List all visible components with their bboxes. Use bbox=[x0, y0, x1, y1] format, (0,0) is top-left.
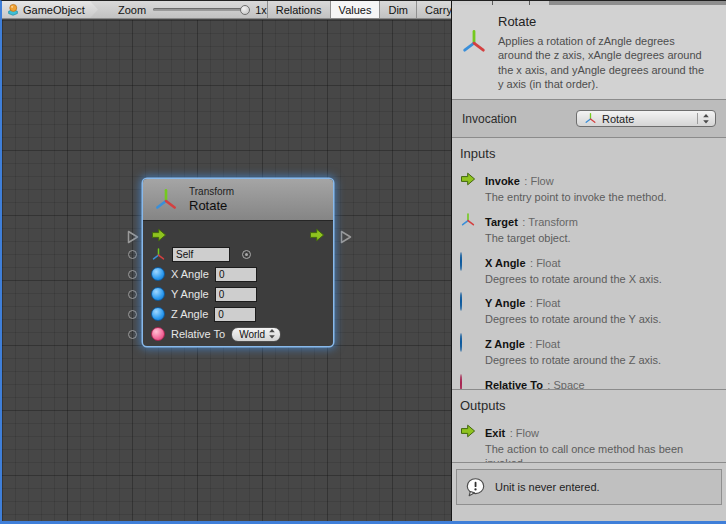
inspector-title: Rotate bbox=[498, 14, 712, 29]
float-port-icon bbox=[460, 293, 476, 327]
port-description: The action to call once method has been … bbox=[485, 443, 711, 462]
relative-to-value: World bbox=[239, 329, 265, 340]
port-name: Exit bbox=[485, 427, 505, 439]
breadcrumb-gameobject[interactable]: GameObject bbox=[2, 1, 98, 18]
outputs-section: Outputs Exit : Flow The action to call o… bbox=[452, 390, 726, 462]
y-angle-label: Y Angle bbox=[171, 288, 209, 300]
port-description: Degrees to rotate around the Z axis. bbox=[485, 354, 711, 368]
warnings-area: Unit is never entered. bbox=[452, 463, 726, 522]
port-description: The entry point to invoke the method. bbox=[485, 191, 711, 205]
z-angle-label: Z Angle bbox=[171, 308, 208, 320]
input-item-z-angle: Z Angle : Float Degrees to rotate around… bbox=[460, 334, 718, 368]
invocation-row: Invocation Rotate bbox=[452, 100, 726, 137]
inspector-header: Rotate Applies a rotation of zAngle degr… bbox=[452, 5, 726, 99]
x-angle-port-icon[interactable] bbox=[151, 267, 165, 281]
object-picker-icon[interactable] bbox=[242, 250, 251, 259]
port-type: Flow bbox=[516, 427, 539, 439]
flow-arrow-icon bbox=[460, 171, 476, 205]
zoom-slider-thumb[interactable] bbox=[240, 5, 250, 15]
outputs-header: Outputs bbox=[460, 398, 718, 413]
zoom-value-label: 1x bbox=[255, 4, 267, 16]
graph-canvas[interactable]: Transform Rotate X Angle bbox=[2, 20, 451, 522]
external-relative-to-port[interactable] bbox=[128, 330, 137, 339]
external-target-port[interactable] bbox=[128, 250, 137, 259]
x-angle-label: X Angle bbox=[171, 268, 209, 280]
input-item-y-angle: Y Angle : Float Degrees to rotate around… bbox=[460, 293, 718, 327]
port-description: Degrees to rotate around the Y axis. bbox=[485, 313, 711, 327]
dim-toggle-button[interactable]: Dim bbox=[379, 1, 416, 18]
flow-arrow-icon bbox=[460, 423, 476, 462]
node-title-label: Rotate bbox=[189, 198, 234, 214]
input-item-target: Target : Transform The target object. bbox=[460, 212, 718, 246]
port-name: Invoke bbox=[485, 175, 520, 187]
port-type: Float bbox=[536, 257, 560, 269]
gameobject-icon bbox=[6, 3, 20, 17]
graph-toolbar: GameObject Zoom 1x Relations Values Dim … bbox=[2, 1, 451, 19]
transform-axes-icon bbox=[153, 187, 179, 213]
port-name: Z Angle bbox=[485, 338, 525, 350]
input-item-invoke: Invoke : Flow The entry point to invoke … bbox=[460, 171, 718, 205]
port-description: The target object. bbox=[485, 232, 711, 246]
invoke-flow-port-icon[interactable] bbox=[151, 227, 167, 243]
port-name: Y Angle bbox=[485, 297, 525, 309]
relative-to-dropdown[interactable]: World bbox=[231, 327, 281, 342]
port-type: Float bbox=[536, 338, 560, 350]
z-angle-port-icon[interactable] bbox=[151, 307, 165, 321]
inputs-header: Inputs bbox=[460, 146, 718, 161]
input-item-x-angle: X Angle : Float Degrees to rotate around… bbox=[460, 253, 718, 287]
transform-axes-icon bbox=[584, 112, 597, 125]
values-toggle-button[interactable]: Values bbox=[330, 1, 380, 18]
inspector-panel: Rotate Applies a rotation of zAngle degr… bbox=[451, 1, 726, 522]
zoom-label: Zoom bbox=[118, 4, 146, 16]
bolt-graph-window: GameObject Zoom 1x Relations Values Dim … bbox=[0, 0, 726, 524]
x-angle-field[interactable] bbox=[215, 267, 257, 282]
port-name: X Angle bbox=[485, 257, 526, 269]
rotate-unit-node[interactable]: Transform Rotate X Angle bbox=[143, 179, 333, 346]
external-z-angle-port[interactable] bbox=[128, 310, 137, 319]
float-port-icon bbox=[460, 253, 476, 287]
enum-port-icon bbox=[460, 375, 476, 389]
output-item-exit: Exit : Flow The action to call once meth… bbox=[460, 423, 718, 462]
relative-to-port-icon[interactable] bbox=[151, 327, 165, 341]
port-name: Relative To bbox=[485, 379, 543, 389]
port-type: Space bbox=[553, 379, 584, 389]
invocation-value: Rotate bbox=[602, 113, 634, 125]
dropdown-arrows-icon bbox=[702, 113, 710, 125]
transform-axes-icon bbox=[460, 14, 488, 91]
node-body: X Angle Y Angle Z Angle Relative To bbox=[143, 221, 333, 344]
inputs-section: Inputs Invoke : Flow The entry point to … bbox=[452, 138, 726, 389]
external-flow-output-port[interactable] bbox=[340, 230, 352, 244]
dropdown-arrows-icon bbox=[268, 328, 276, 340]
port-type: Transform bbox=[528, 216, 578, 228]
external-y-angle-port[interactable] bbox=[128, 290, 137, 299]
exit-flow-port-icon[interactable] bbox=[309, 227, 325, 243]
inspector-description: Applies a rotation of zAngle degrees aro… bbox=[498, 34, 712, 91]
y-angle-port-icon[interactable] bbox=[151, 287, 165, 301]
port-name: Target bbox=[485, 216, 518, 228]
warning-bubble-icon bbox=[465, 477, 486, 498]
y-angle-field[interactable] bbox=[215, 287, 257, 302]
port-type: Flow bbox=[530, 175, 553, 187]
warning-text: Unit is never entered. bbox=[495, 481, 600, 493]
breadcrumb-label: GameObject bbox=[23, 4, 85, 16]
port-type: Float bbox=[536, 297, 560, 309]
target-port-icon[interactable] bbox=[151, 247, 166, 262]
z-angle-field[interactable] bbox=[214, 307, 256, 322]
invocation-dropdown[interactable]: Rotate bbox=[576, 110, 716, 127]
relative-to-label: Relative To bbox=[171, 328, 225, 340]
external-x-angle-port[interactable] bbox=[128, 270, 137, 279]
toolbar-toggle-buttons: Relations Values Dim Carry bbox=[267, 1, 460, 18]
transform-axes-icon bbox=[460, 212, 476, 246]
invocation-label: Invocation bbox=[462, 112, 517, 126]
float-port-icon bbox=[460, 334, 476, 368]
node-category-label: Transform bbox=[189, 186, 234, 198]
input-item-relative-to: Relative To : Space Rotation is local to… bbox=[460, 375, 718, 389]
relations-toggle-button[interactable]: Relations bbox=[267, 1, 330, 18]
node-header[interactable]: Transform Rotate bbox=[143, 179, 333, 221]
target-self-field[interactable] bbox=[172, 247, 230, 262]
warning-box: Unit is never entered. bbox=[456, 469, 722, 505]
port-description: Degrees to rotate around the X axis. bbox=[485, 273, 711, 287]
zoom-slider[interactable] bbox=[153, 8, 248, 11]
zoom-control: Zoom 1x bbox=[118, 1, 267, 18]
external-flow-input-port[interactable] bbox=[127, 230, 139, 244]
